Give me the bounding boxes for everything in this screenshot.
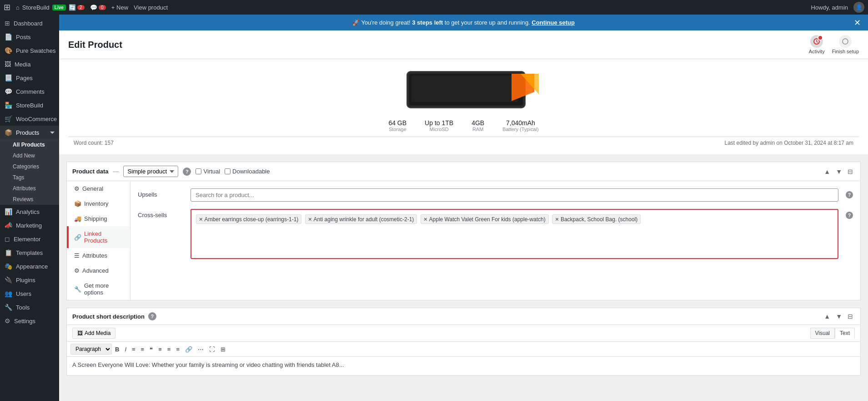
sidebar-label-templates: Templates bbox=[16, 249, 43, 256]
fullscreen-button[interactable]: ⛶ bbox=[207, 345, 217, 354]
tag-remove-3[interactable]: × bbox=[555, 216, 559, 223]
sidebar-item-settings[interactable]: ⚙ Settings bbox=[0, 314, 59, 328]
sidebar-item-tags[interactable]: Tags bbox=[0, 172, 59, 183]
desc-collapse-button[interactable]: ⊟ bbox=[846, 312, 855, 321]
more-options-button[interactable]: ⋯ bbox=[196, 345, 206, 354]
spec-battery: 7,040mAh Battery (Typical) bbox=[502, 119, 538, 132]
virtual-checkbox[interactable] bbox=[196, 168, 201, 174]
notice-close-button[interactable]: ✕ bbox=[854, 18, 861, 28]
view-product-item[interactable]: View product bbox=[134, 4, 168, 11]
sidebar-item-pure-swatches[interactable]: 🎨 Pure Swatches bbox=[0, 44, 59, 57]
sidebar-item-users[interactable]: 👥 Users bbox=[0, 287, 59, 300]
description-section: Product short description ? ▲ ▼ ⊟ 🖼 Add … bbox=[66, 308, 861, 376]
sidebar-item-analytics[interactable]: 📊 Analytics bbox=[0, 205, 59, 218]
downloadable-checkbox-label[interactable]: Downloadable bbox=[225, 168, 270, 175]
sidebar-item-plugins[interactable]: 🔌 Plugins bbox=[0, 273, 59, 287]
attributes-tab-icon: ☰ bbox=[74, 252, 80, 259]
sidebar-item-storebuild[interactable]: 🏪 StoreBuild bbox=[0, 98, 59, 112]
sidebar-item-posts[interactable]: 📄 Posts bbox=[0, 30, 59, 44]
tab-shipping-label: Shipping bbox=[84, 215, 107, 222]
tab-advanced[interactable]: ⚙ Advanced bbox=[67, 263, 130, 278]
sidebar-item-marketing[interactable]: 📣 Marketing bbox=[0, 218, 59, 232]
update-count: 2 bbox=[77, 5, 85, 10]
align-center-button[interactable]: ≡ bbox=[165, 345, 173, 354]
downloadable-checkbox[interactable] bbox=[225, 168, 231, 174]
description-help-icon[interactable]: ? bbox=[148, 312, 156, 320]
site-name[interactable]: ⌂ StoreBuild Live 🔄 2 bbox=[16, 4, 85, 11]
virtual-checkbox-label[interactable]: Virtual bbox=[196, 168, 220, 175]
sidebar-item-elementor[interactable]: ◻ Elementor bbox=[0, 232, 59, 246]
pd-collapse-button[interactable]: ⊟ bbox=[846, 167, 855, 176]
tab-inventory[interactable]: 📦 Inventory bbox=[67, 196, 130, 211]
tab-attributes[interactable]: ☰ Attributes bbox=[67, 248, 130, 263]
product-image-section: 64 GB Storage Up to 1TB MicroSD 4GB RAM … bbox=[59, 59, 868, 154]
tag-remove-2[interactable]: × bbox=[424, 216, 427, 223]
sidebar-item-tools[interactable]: 🔧 Tools bbox=[0, 300, 59, 314]
blockquote-button[interactable]: ❝ bbox=[147, 345, 155, 354]
cross-sell-tag-2[interactable]: × Apple Watch Valet Green For kids (appl… bbox=[421, 214, 549, 224]
sidebar-item-media[interactable]: 🖼 Media bbox=[0, 57, 59, 71]
pd-collapse-up-button[interactable]: ▲ bbox=[822, 167, 832, 176]
align-left-button[interactable]: ≡ bbox=[156, 345, 164, 354]
unordered-list-button[interactable]: ≡ bbox=[130, 345, 138, 354]
sidebar-item-all-products[interactable]: All Products bbox=[0, 139, 59, 150]
tab-get-more-options[interactable]: 🔧 Get more options bbox=[67, 278, 130, 300]
new-content-item[interactable]: + New bbox=[111, 4, 128, 11]
ordered-list-button[interactable]: ≡ bbox=[139, 345, 147, 354]
plugins-icon: 🔌 bbox=[5, 276, 12, 284]
bold-button[interactable]: B bbox=[113, 345, 121, 354]
pd-collapse-down-button[interactable]: ▼ bbox=[834, 167, 844, 176]
sidebar-item-add-new[interactable]: Add New bbox=[0, 150, 59, 161]
desc-collapse-down-button[interactable]: ▼ bbox=[834, 312, 844, 321]
cross-sells-help-icon[interactable]: ? bbox=[846, 212, 853, 219]
spec-label-battery: Battery (Typical) bbox=[502, 127, 538, 132]
table-button[interactable]: ⊞ bbox=[218, 345, 228, 354]
sidebar-item-templates[interactable]: 📋 Templates bbox=[0, 246, 59, 259]
tag-remove-0[interactable]: × bbox=[199, 216, 203, 223]
tab-shipping[interactable]: 🚚 Shipping bbox=[67, 211, 130, 226]
cross-sell-tag-3[interactable]: × Backpack, School Bag. (school) bbox=[552, 214, 641, 224]
add-media-button[interactable]: 🖼 Add Media bbox=[72, 328, 115, 339]
visual-text-tabs: Visual Text bbox=[810, 328, 855, 339]
paragraph-select[interactable]: Paragraph bbox=[70, 344, 112, 355]
cross-sells-box[interactable]: × Amber earrings close-up (earrings-1-1)… bbox=[191, 209, 838, 259]
upsells-search-input[interactable] bbox=[191, 188, 838, 202]
tag-remove-1[interactable]: × bbox=[308, 216, 312, 223]
finish-setup-button[interactable]: Finish setup bbox=[832, 35, 859, 54]
sidebar-item-attributes[interactable]: Attributes bbox=[0, 183, 59, 194]
italic-button[interactable]: I bbox=[122, 345, 129, 354]
howdy-text: Howdy, admin bbox=[811, 4, 848, 11]
comments-bar-item[interactable]: 💬 0 bbox=[90, 4, 106, 11]
user-avatar[interactable]: 👤 bbox=[853, 2, 864, 13]
tab-linked-products[interactable]: 🔗 Linked Products bbox=[67, 226, 130, 248]
sidebar-item-products[interactable]: 📦 Products bbox=[0, 126, 59, 139]
cross-sell-tag-0[interactable]: × Amber earrings close-up (earrings-1-1) bbox=[196, 214, 301, 224]
wp-logo-icon[interactable]: ⊞ bbox=[4, 2, 10, 12]
upsells-help-icon[interactable]: ? bbox=[846, 191, 853, 198]
setup-notice: 🚀 You're doing great! 3 steps left to ge… bbox=[59, 15, 868, 30]
desc-collapse-up-button[interactable]: ▲ bbox=[822, 312, 832, 321]
notice-link[interactable]: Continue setup bbox=[532, 19, 575, 26]
visual-tab[interactable]: Visual bbox=[810, 328, 835, 339]
tab-general[interactable]: ⚙ General bbox=[67, 181, 130, 196]
text-tab[interactable]: Text bbox=[835, 328, 855, 339]
sidebar-item-dashboard[interactable]: ⊞ Dashboard bbox=[0, 16, 59, 30]
sidebar-label-analytics: Analytics bbox=[16, 208, 40, 215]
product-type-help-icon[interactable]: ? bbox=[183, 168, 191, 176]
product-type-select[interactable]: Simple product bbox=[123, 166, 178, 177]
product-data-body: ⚙ General 📦 Inventory 🚚 Shipping 🔗 bbox=[67, 181, 860, 300]
cross-sell-tag-1[interactable]: × Anti aging wrinkle for adult (cosmetic… bbox=[305, 214, 417, 224]
editor-content[interactable]: A Screen Everyone Will Love: Whether you… bbox=[67, 357, 860, 375]
link-button[interactable]: 🔗 bbox=[183, 345, 195, 354]
sidebar-item-comments[interactable]: 💬 Comments bbox=[0, 85, 59, 98]
sidebar-label-plugins: Plugins bbox=[16, 277, 35, 284]
activity-button[interactable]: Activity bbox=[809, 35, 825, 54]
align-right-button[interactable]: ≡ bbox=[174, 345, 182, 354]
activity-icon bbox=[810, 35, 823, 48]
sidebar-item-reviews[interactable]: Reviews bbox=[0, 194, 59, 205]
sidebar-item-categories[interactable]: Categories bbox=[0, 161, 59, 172]
sidebar-item-woocommerce[interactable]: 🛒 WooCommerce bbox=[0, 112, 59, 126]
updates-item[interactable]: 🔄 2 bbox=[69, 4, 85, 11]
sidebar-item-appearance[interactable]: 🎭 Appearance bbox=[0, 259, 59, 273]
sidebar-item-pages[interactable]: 📃 Pages bbox=[0, 71, 59, 85]
